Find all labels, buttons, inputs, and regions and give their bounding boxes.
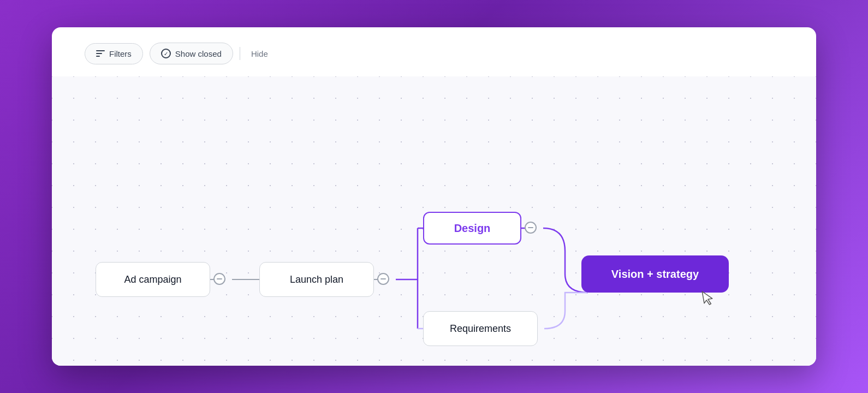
requirements-label: Requirements: [450, 323, 511, 335]
filter-icon: [96, 50, 105, 57]
connector-launch[interactable]: [377, 273, 389, 285]
connector-ad[interactable]: [213, 273, 225, 285]
toolbar: Filters ✓ Show closed Hide: [85, 43, 272, 64]
design-label: Design: [454, 222, 491, 235]
main-card: Filters ✓ Show closed Hide: [52, 27, 816, 366]
vision-strategy-label: Vision + strategy: [611, 268, 699, 281]
filters-label: Filters: [109, 49, 132, 58]
show-closed-button[interactable]: ✓ Show closed: [150, 43, 233, 64]
ad-campaign-label: Ad campaign: [124, 274, 181, 285]
connector-design[interactable]: [525, 222, 537, 234]
node-design[interactable]: Design: [423, 212, 521, 245]
toolbar-divider: [240, 47, 240, 60]
hide-button[interactable]: Hide: [247, 44, 272, 64]
node-vision-strategy[interactable]: Vision + strategy: [581, 255, 729, 293]
node-launch-plan[interactable]: Launch plan: [259, 262, 374, 297]
check-circle-icon: ✓: [161, 49, 171, 58]
show-closed-label: Show closed: [175, 49, 222, 58]
launch-plan-label: Launch plan: [290, 274, 343, 285]
node-requirements[interactable]: Requirements: [423, 311, 538, 346]
filters-button[interactable]: Filters: [85, 43, 143, 64]
node-ad-campaign[interactable]: Ad campaign: [96, 262, 210, 297]
canvas: Ad campaign Launch plan Design Requireme…: [52, 76, 816, 366]
